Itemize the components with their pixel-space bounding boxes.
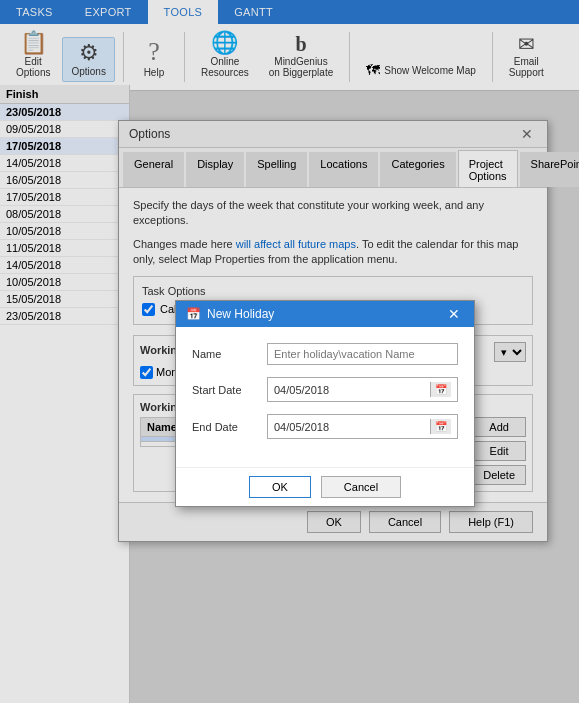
start-date-label: Start Date [192,384,267,396]
end-date-field[interactable]: 04/05/2018 📅 [267,414,458,439]
holiday-title-group: 📅 New Holiday [186,307,274,321]
end-date-row: End Date 04/05/2018 📅 [192,414,458,439]
holiday-calendar-icon: 📅 [186,307,201,321]
holiday-body: Name Start Date 04/05/2018 📅 End Date 04… [176,327,474,467]
holiday-footer: OK Cancel [176,467,474,506]
name-field-row: Name [192,343,458,365]
holiday-titlebar: 📅 New Holiday ✕ [176,301,474,327]
start-date-value: 04/05/2018 [274,384,329,396]
end-date-label: End Date [192,421,267,433]
end-date-value: 04/05/2018 [274,421,329,433]
name-input[interactable] [267,343,458,365]
name-field-label: Name [192,348,267,360]
new-holiday-dialog: 📅 New Holiday ✕ Name Start Date 04/05/20… [175,300,475,507]
start-date-picker-button[interactable]: 📅 [430,382,451,397]
end-date-picker-button[interactable]: 📅 [430,419,451,434]
holiday-dialog-title: New Holiday [207,307,274,321]
start-date-field[interactable]: 04/05/2018 📅 [267,377,458,402]
holiday-close-button[interactable]: ✕ [444,306,464,322]
holiday-ok-button[interactable]: OK [249,476,311,498]
start-date-row: Start Date 04/05/2018 📅 [192,377,458,402]
holiday-cancel-button[interactable]: Cancel [321,476,401,498]
